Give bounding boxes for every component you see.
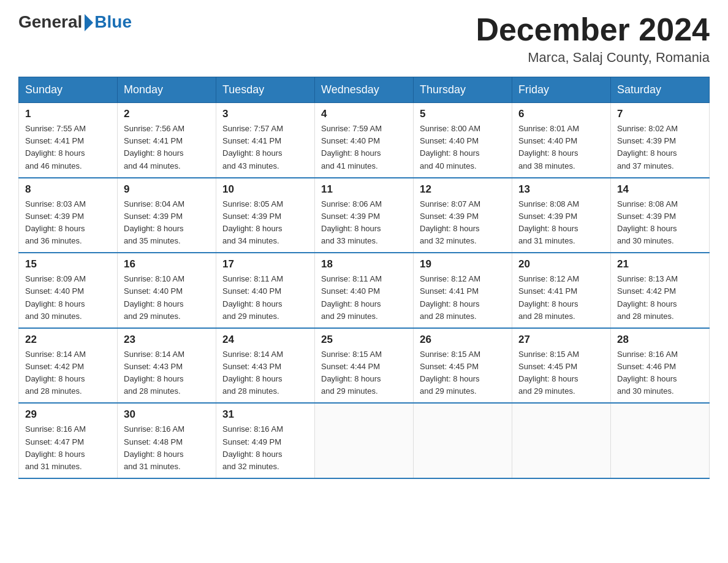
day-info: Sunrise: 8:15 AMSunset: 4:44 PMDaylight:… <box>321 348 407 398</box>
day-number: 14 <box>617 183 703 196</box>
day-number: 30 <box>124 408 210 421</box>
day-number: 25 <box>321 334 407 346</box>
calendar-cell: 1Sunrise: 7:55 AMSunset: 4:41 PMDaylight… <box>19 103 118 178</box>
calendar-cell: 6Sunrise: 8:01 AMSunset: 4:40 PMDaylight… <box>512 103 611 178</box>
day-number: 4 <box>321 108 407 120</box>
calendar-header: SundayMondayTuesdayWednesdayThursdayFrid… <box>19 77 710 103</box>
day-info: Sunrise: 8:15 AMSunset: 4:45 PMDaylight:… <box>420 348 506 398</box>
calendar-cell: 31Sunrise: 8:16 AMSunset: 4:49 PMDayligh… <box>216 403 315 478</box>
calendar-week-row: 22Sunrise: 8:14 AMSunset: 4:42 PMDayligh… <box>19 328 710 404</box>
page-header: General Blue December 2024 Marca, Salaj … <box>18 12 710 66</box>
calendar-week-row: 29Sunrise: 8:16 AMSunset: 4:47 PMDayligh… <box>19 403 710 478</box>
location-subtitle: Marca, Salaj County, Romania <box>476 50 710 66</box>
day-number: 9 <box>124 183 210 196</box>
day-info: Sunrise: 8:08 AMSunset: 4:39 PMDaylight:… <box>518 198 604 248</box>
day-number: 7 <box>617 108 703 120</box>
day-info: Sunrise: 8:16 AMSunset: 4:47 PMDaylight:… <box>25 423 111 473</box>
calendar-cell: 13Sunrise: 8:08 AMSunset: 4:39 PMDayligh… <box>512 178 611 253</box>
calendar-cell: 30Sunrise: 8:16 AMSunset: 4:48 PMDayligh… <box>118 403 216 478</box>
day-info: Sunrise: 8:14 AMSunset: 4:42 PMDaylight:… <box>25 348 111 398</box>
calendar-cell: 21Sunrise: 8:13 AMSunset: 4:42 PMDayligh… <box>611 253 710 328</box>
calendar-cell: 8Sunrise: 8:03 AMSunset: 4:39 PMDaylight… <box>19 178 118 253</box>
day-of-week-wednesday: Wednesday <box>315 77 414 103</box>
day-number: 31 <box>222 408 308 421</box>
day-number: 10 <box>222 183 308 196</box>
calendar-cell: 27Sunrise: 8:15 AMSunset: 4:45 PMDayligh… <box>512 328 611 404</box>
day-info: Sunrise: 8:11 AMSunset: 4:40 PMDaylight:… <box>321 273 407 323</box>
calendar-cell: 29Sunrise: 8:16 AMSunset: 4:47 PMDayligh… <box>19 403 118 478</box>
day-number: 21 <box>617 258 703 270</box>
day-info: Sunrise: 8:05 AMSunset: 4:39 PMDaylight:… <box>222 198 308 248</box>
day-info: Sunrise: 8:08 AMSunset: 4:39 PMDaylight:… <box>617 198 703 248</box>
calendar-cell: 15Sunrise: 8:09 AMSunset: 4:40 PMDayligh… <box>19 253 118 328</box>
logo-general-text: General <box>18 12 82 32</box>
calendar-table: SundayMondayTuesdayWednesdayThursdayFrid… <box>18 77 710 479</box>
calendar-cell: 12Sunrise: 8:07 AMSunset: 4:39 PMDayligh… <box>414 178 512 253</box>
days-of-week-row: SundayMondayTuesdayWednesdayThursdayFrid… <box>19 77 710 103</box>
day-number: 28 <box>617 334 703 346</box>
day-info: Sunrise: 8:16 AMSunset: 4:48 PMDaylight:… <box>124 423 210 473</box>
calendar-week-row: 8Sunrise: 8:03 AMSunset: 4:39 PMDaylight… <box>19 178 710 253</box>
title-block: December 2024 Marca, Salaj County, Roman… <box>476 12 710 66</box>
day-number: 18 <box>321 258 407 270</box>
day-info: Sunrise: 8:13 AMSunset: 4:42 PMDaylight:… <box>617 273 703 323</box>
calendar-cell <box>414 403 512 478</box>
day-info: Sunrise: 8:14 AMSunset: 4:43 PMDaylight:… <box>222 348 308 398</box>
day-info: Sunrise: 8:12 AMSunset: 4:41 PMDaylight:… <box>420 273 506 323</box>
calendar-week-row: 15Sunrise: 8:09 AMSunset: 4:40 PMDayligh… <box>19 253 710 328</box>
day-number: 8 <box>25 183 111 196</box>
calendar-cell: 11Sunrise: 8:06 AMSunset: 4:39 PMDayligh… <box>315 178 414 253</box>
day-of-week-sunday: Sunday <box>19 77 118 103</box>
logo: General Blue <box>18 12 132 32</box>
day-number: 19 <box>420 258 506 270</box>
day-of-week-monday: Monday <box>118 77 216 103</box>
day-number: 20 <box>518 258 604 270</box>
day-number: 13 <box>518 183 604 196</box>
day-of-week-thursday: Thursday <box>414 77 512 103</box>
day-info: Sunrise: 8:11 AMSunset: 4:40 PMDaylight:… <box>222 273 308 323</box>
day-number: 5 <box>420 108 506 120</box>
calendar-body: 1Sunrise: 7:55 AMSunset: 4:41 PMDaylight… <box>19 103 710 478</box>
calendar-cell <box>315 403 414 478</box>
calendar-cell: 26Sunrise: 8:15 AMSunset: 4:45 PMDayligh… <box>414 328 512 404</box>
day-number: 12 <box>420 183 506 196</box>
day-info: Sunrise: 8:01 AMSunset: 4:40 PMDaylight:… <box>518 123 604 172</box>
calendar-cell: 2Sunrise: 7:56 AMSunset: 4:41 PMDaylight… <box>118 103 216 178</box>
day-info: Sunrise: 8:14 AMSunset: 4:43 PMDaylight:… <box>124 348 210 398</box>
day-of-week-tuesday: Tuesday <box>216 77 315 103</box>
day-info: Sunrise: 7:55 AMSunset: 4:41 PMDaylight:… <box>25 123 111 172</box>
calendar-cell: 16Sunrise: 8:10 AMSunset: 4:40 PMDayligh… <box>118 253 216 328</box>
day-number: 1 <box>25 108 111 120</box>
day-info: Sunrise: 7:57 AMSunset: 4:41 PMDaylight:… <box>222 123 308 172</box>
calendar-cell: 17Sunrise: 8:11 AMSunset: 4:40 PMDayligh… <box>216 253 315 328</box>
day-info: Sunrise: 8:16 AMSunset: 4:46 PMDaylight:… <box>617 348 703 398</box>
day-info: Sunrise: 8:02 AMSunset: 4:39 PMDaylight:… <box>617 123 703 172</box>
day-number: 29 <box>25 408 111 421</box>
day-info: Sunrise: 8:04 AMSunset: 4:39 PMDaylight:… <box>124 198 210 248</box>
calendar-cell: 19Sunrise: 8:12 AMSunset: 4:41 PMDayligh… <box>414 253 512 328</box>
month-year-title: December 2024 <box>476 12 710 47</box>
day-number: 26 <box>420 334 506 346</box>
calendar-cell: 28Sunrise: 8:16 AMSunset: 4:46 PMDayligh… <box>611 328 710 404</box>
day-number: 15 <box>25 258 111 270</box>
calendar-week-row: 1Sunrise: 7:55 AMSunset: 4:41 PMDaylight… <box>19 103 710 178</box>
calendar-cell: 14Sunrise: 8:08 AMSunset: 4:39 PMDayligh… <box>611 178 710 253</box>
day-of-week-saturday: Saturday <box>611 77 710 103</box>
day-info: Sunrise: 8:06 AMSunset: 4:39 PMDaylight:… <box>321 198 407 248</box>
day-number: 11 <box>321 183 407 196</box>
day-of-week-friday: Friday <box>512 77 611 103</box>
calendar-cell: 10Sunrise: 8:05 AMSunset: 4:39 PMDayligh… <box>216 178 315 253</box>
day-info: Sunrise: 8:09 AMSunset: 4:40 PMDaylight:… <box>25 273 111 323</box>
day-info: Sunrise: 8:10 AMSunset: 4:40 PMDaylight:… <box>124 273 210 323</box>
day-info: Sunrise: 7:59 AMSunset: 4:40 PMDaylight:… <box>321 123 407 172</box>
calendar-cell: 3Sunrise: 7:57 AMSunset: 4:41 PMDaylight… <box>216 103 315 178</box>
calendar-cell: 7Sunrise: 8:02 AMSunset: 4:39 PMDaylight… <box>611 103 710 178</box>
day-info: Sunrise: 8:07 AMSunset: 4:39 PMDaylight:… <box>420 198 506 248</box>
calendar-cell: 4Sunrise: 7:59 AMSunset: 4:40 PMDaylight… <box>315 103 414 178</box>
day-number: 6 <box>518 108 604 120</box>
calendar-cell: 23Sunrise: 8:14 AMSunset: 4:43 PMDayligh… <box>118 328 216 404</box>
day-number: 23 <box>124 334 210 346</box>
calendar-cell: 9Sunrise: 8:04 AMSunset: 4:39 PMDaylight… <box>118 178 216 253</box>
calendar-cell: 20Sunrise: 8:12 AMSunset: 4:41 PMDayligh… <box>512 253 611 328</box>
day-info: Sunrise: 8:15 AMSunset: 4:45 PMDaylight:… <box>518 348 604 398</box>
